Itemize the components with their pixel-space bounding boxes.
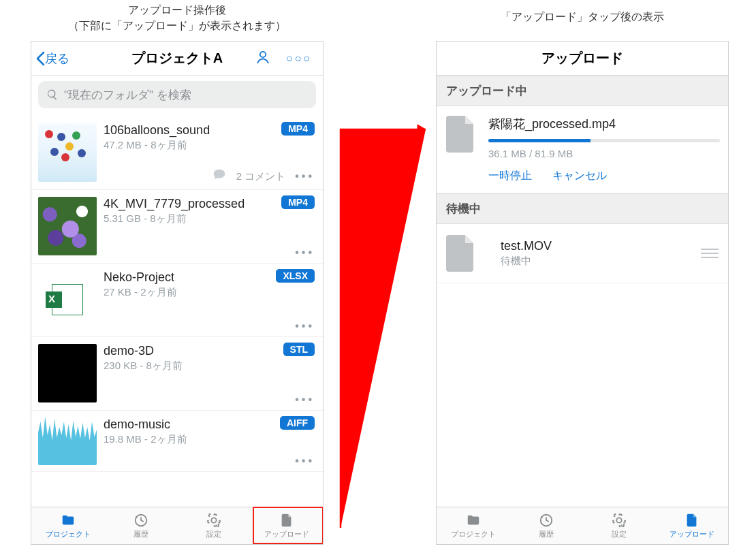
waiting-status: 待機中 xyxy=(501,255,552,268)
file-meta: 230 KB - 8ヶ月前 xyxy=(104,360,315,373)
tab-upload[interactable]: アップロード xyxy=(250,507,323,544)
user-icon[interactable] xyxy=(255,49,271,68)
gear-icon xyxy=(205,513,223,528)
list-item[interactable]: 106balloons_sound 47.2 MB - 8ヶ月前 MP4 2 コ… xyxy=(31,116,323,190)
comment-count: 2 コメント xyxy=(236,170,286,183)
file-icon xyxy=(446,116,476,153)
file-badge: AIFF xyxy=(280,416,315,430)
thumbnail xyxy=(38,270,97,329)
more-icon[interactable]: ○○○ xyxy=(286,52,312,65)
history-icon xyxy=(537,513,555,528)
folder-icon xyxy=(59,513,77,528)
file-meta: 47.2 MB - 8ヶ月前 xyxy=(104,139,315,152)
pause-button[interactable]: 一時停止 xyxy=(488,169,532,183)
waiting-row[interactable]: test.MOV 待機中 xyxy=(437,224,728,283)
file-list: 106balloons_sound 47.2 MB - 8ヶ月前 MP4 2 コ… xyxy=(31,116,323,472)
thumbnail xyxy=(38,123,97,182)
file-badge: MP4 xyxy=(281,122,315,136)
navbar: 戻る プロジェクトA ○○○ xyxy=(31,42,323,76)
tab-projects[interactable]: プロジェクト xyxy=(437,507,509,544)
list-item[interactable]: 4K_MVI_7779_processed 5.31 GB - 8ヶ月前 MP4… xyxy=(31,190,323,264)
section-waiting: 待機中 xyxy=(437,193,728,224)
caption-right: 「アップロード」タップ後の表示 xyxy=(436,10,729,25)
arrow-icon xyxy=(324,89,439,552)
tab-history[interactable]: 履歴 xyxy=(509,507,582,544)
upload-row: 紫陽花_processed.mp4 36.1 MB / 81.9 MB 一時停止… xyxy=(437,106,728,193)
row-more-icon[interactable]: ••• xyxy=(295,320,315,332)
tab-settings[interactable]: 設定 xyxy=(177,507,250,544)
file-meta: 5.31 GB - 8ヶ月前 xyxy=(104,212,315,225)
row-more-icon[interactable]: ••• xyxy=(295,455,315,467)
svg-marker-3 xyxy=(418,125,426,134)
search-wrap: "現在のフォルダ" を検索 xyxy=(31,76,323,116)
waiting-file-name: test.MOV xyxy=(501,239,552,253)
file-badge: STL xyxy=(283,343,315,356)
list-item[interactable]: Neko-Project 27 KB - 2ヶ月前 XLSX ••• xyxy=(31,264,323,337)
progress-bar xyxy=(488,139,720,142)
search-placeholder: "現在のフォルダ" を検索 xyxy=(64,87,191,103)
history-icon xyxy=(132,513,150,528)
folder-icon xyxy=(464,513,482,528)
phone-left: 戻る プロジェクトA ○○○ "現在のフォルダ" を検索 106balloons… xyxy=(31,41,324,545)
tab-bar: プロジェクト 履歴 設定 アップロード xyxy=(437,507,728,544)
phone-right: アップロード アップロード中 紫陽花_processed.mp4 36.1 MB… xyxy=(436,41,729,545)
gear-icon xyxy=(610,513,628,528)
back-button[interactable]: 戻る xyxy=(35,50,69,67)
file-meta: 27 KB - 2ヶ月前 xyxy=(104,286,315,299)
cancel-button[interactable]: キャンセル xyxy=(552,169,607,183)
section-uploading: アップロード中 xyxy=(437,76,728,106)
row-more-icon[interactable]: ••• xyxy=(295,247,315,259)
file-badge: MP4 xyxy=(281,195,315,209)
tab-history[interactable]: 履歴 xyxy=(104,507,177,544)
caption-left-1: アップロード操作後 xyxy=(31,3,324,18)
file-icon xyxy=(278,513,296,528)
file-meta: 19.8 MB - 2ヶ月前 xyxy=(104,433,315,446)
upload-size: 36.1 MB / 81.9 MB xyxy=(488,148,720,159)
file-icon xyxy=(683,513,701,528)
thumbnail xyxy=(38,344,97,402)
upload-file-name: 紫陽花_processed.mp4 xyxy=(488,116,720,132)
progress-fill xyxy=(488,139,590,142)
tab-bar: プロジェクト 履歴 設定 アップロード xyxy=(31,507,323,544)
search-input[interactable]: "現在のフォルダ" を検索 xyxy=(38,81,316,108)
drag-handle-icon[interactable] xyxy=(701,246,719,261)
tab-settings[interactable]: 設定 xyxy=(582,507,655,544)
file-badge: XLSX xyxy=(276,269,315,283)
list-item[interactable]: demo-3D 230 KB - 8ヶ月前 STL ••• xyxy=(31,337,323,411)
svg-point-0 xyxy=(260,51,266,57)
row-more-icon[interactable]: ••• xyxy=(295,394,315,406)
thumbnail xyxy=(38,417,97,465)
comment-icon xyxy=(212,168,227,185)
tab-upload[interactable]: アップロード xyxy=(655,507,728,544)
back-label: 戻る xyxy=(45,50,69,67)
file-icon xyxy=(446,235,476,272)
thumbnail xyxy=(38,197,97,255)
caption-left-2: （下部に「アップロード」が表示されます） xyxy=(31,19,324,33)
tab-projects[interactable]: プロジェクト xyxy=(31,507,104,544)
navbar: アップロード xyxy=(437,42,728,76)
page-title: アップロード xyxy=(437,49,728,67)
list-item[interactable]: demo-music 19.8 MB - 2ヶ月前 AIFF ••• xyxy=(31,411,323,472)
row-more-icon[interactable]: ••• xyxy=(295,170,315,183)
